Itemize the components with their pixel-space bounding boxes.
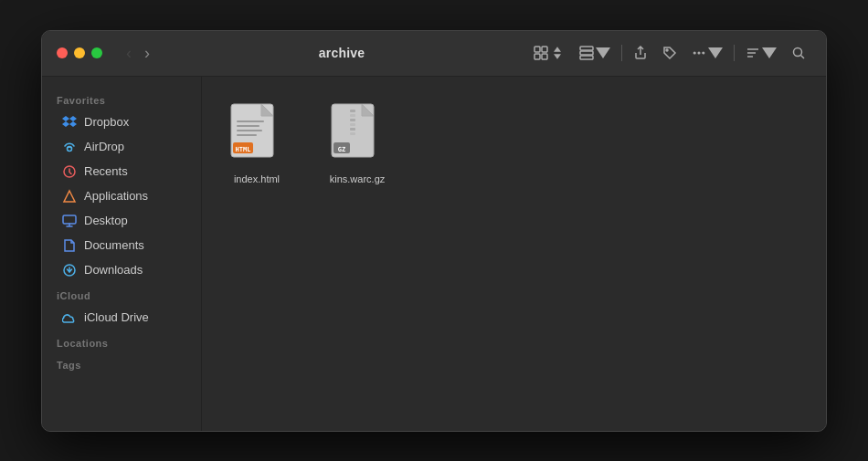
icloud-icon [62, 310, 77, 325]
search-button[interactable] [786, 42, 811, 64]
files-grid: HTML index.html [220, 95, 808, 192]
svg-rect-3 [542, 54, 547, 59]
window-title: archive [155, 46, 528, 60]
sidebar-item-downloads-label: Downloads [84, 263, 143, 277]
svg-point-9 [698, 52, 700, 54]
file-area: HTML index.html [202, 77, 826, 431]
tags-label: Tags [42, 352, 201, 374]
svg-rect-29 [350, 114, 355, 117]
sidebar-item-icloud-drive[interactable]: iCloud Drive [48, 306, 196, 330]
share-button[interactable] [628, 42, 653, 64]
locations-label: Locations [42, 330, 201, 352]
sidebar-item-dropbox[interactable]: Dropbox [48, 110, 196, 134]
sidebar-item-downloads[interactable]: Downloads [48, 258, 196, 282]
svg-rect-28 [350, 110, 355, 112]
toolbar-divider2 [734, 45, 735, 61]
svg-text:GZ: GZ [338, 146, 345, 153]
back-button[interactable]: ‹ [121, 42, 137, 65]
sidebar-item-dropbox-label: Dropbox [84, 115, 129, 129]
svg-rect-22 [237, 125, 259, 127]
svg-rect-31 [350, 123, 355, 126]
file-item-kins-warc-gz[interactable]: GZ kins.warc.gz [321, 95, 394, 192]
sidebar-item-recents-label: Recents [84, 164, 128, 178]
traffic-lights [57, 47, 102, 58]
finder-window: ‹ › archive [41, 30, 827, 432]
documents-icon [62, 238, 77, 253]
tag-button[interactable] [657, 42, 683, 64]
group-icon [579, 46, 594, 60]
icloud-label: iCloud [42, 283, 201, 305]
group-view-button[interactable] [574, 42, 616, 64]
svg-rect-1 [542, 47, 547, 52]
toolbar-divider [621, 45, 622, 61]
toolbar-right [528, 42, 811, 64]
sidebar-item-applications-label: Applications [84, 189, 148, 203]
svg-rect-4 [580, 47, 593, 50]
sidebar-item-applications[interactable]: Applications [48, 184, 196, 208]
svg-point-14 [794, 48, 802, 57]
svg-rect-2 [535, 54, 540, 59]
sidebar-item-icloud-label: iCloud Drive [84, 310, 149, 324]
desktop-icon [62, 214, 77, 228]
svg-text:HTML: HTML [236, 146, 251, 153]
svg-rect-18 [63, 215, 76, 224]
svg-rect-6 [580, 56, 593, 59]
svg-rect-5 [580, 51, 593, 55]
dropbox-icon [62, 115, 77, 130]
svg-rect-24 [237, 134, 257, 136]
file-label-index-html: index.html [234, 173, 280, 184]
svg-rect-0 [535, 47, 540, 52]
share-icon [633, 46, 648, 60]
svg-rect-33 [350, 132, 355, 135]
sidebar-item-recents[interactable]: Recents [48, 160, 196, 183]
sidebar-item-airdrop-label: AirDrop [84, 140, 124, 153]
sidebar-item-airdrop[interactable]: AirDrop [48, 135, 196, 159]
svg-point-7 [666, 49, 668, 51]
nav-buttons: ‹ › [121, 42, 155, 65]
airdrop-icon [62, 140, 77, 154]
sort-button[interactable] [740, 42, 782, 64]
close-button[interactable] [57, 47, 68, 58]
chevron-down-icon2 [708, 46, 723, 60]
svg-point-8 [693, 52, 695, 54]
applications-icon [62, 189, 77, 204]
more-button[interactable] [686, 42, 728, 64]
recents-icon [62, 164, 77, 179]
svg-rect-23 [237, 130, 262, 131]
svg-rect-21 [237, 120, 264, 122]
svg-rect-30 [350, 119, 355, 121]
chevron-down-icon3 [762, 46, 777, 60]
file-label-kins-warc-gz: kins.warc.gz [330, 173, 386, 184]
titlebar: ‹ › archive [42, 31, 826, 77]
gz-file-icon: GZ [330, 102, 385, 168]
view-icon [534, 46, 548, 60]
html-file-icon: HTML [229, 102, 284, 168]
chevron-updown-icon [550, 46, 565, 60]
svg-line-15 [801, 56, 805, 59]
maximize-button[interactable] [91, 47, 102, 58]
sidebar-item-desktop[interactable]: Desktop [48, 209, 196, 233]
content-area: Favorites Dropbox [42, 77, 826, 431]
tag-icon [662, 46, 677, 60]
forward-button[interactable]: › [139, 42, 155, 65]
minimize-button[interactable] [74, 47, 85, 58]
sidebar: Favorites Dropbox [42, 77, 202, 431]
view-icon-button[interactable] [528, 42, 570, 64]
sort-icon [746, 46, 760, 60]
more-icon [692, 46, 706, 60]
chevron-down-icon [596, 46, 610, 60]
svg-point-10 [703, 52, 704, 54]
sidebar-item-documents-label: Documents [84, 238, 144, 252]
sidebar-item-desktop-label: Desktop [84, 214, 128, 227]
sidebar-item-documents[interactable]: Documents [48, 234, 196, 257]
file-item-index-html[interactable]: HTML index.html [220, 95, 293, 192]
favorites-label: Favorites [42, 88, 201, 110]
svg-rect-32 [350, 128, 355, 131]
downloads-icon [62, 263, 77, 278]
search-icon [791, 46, 806, 60]
